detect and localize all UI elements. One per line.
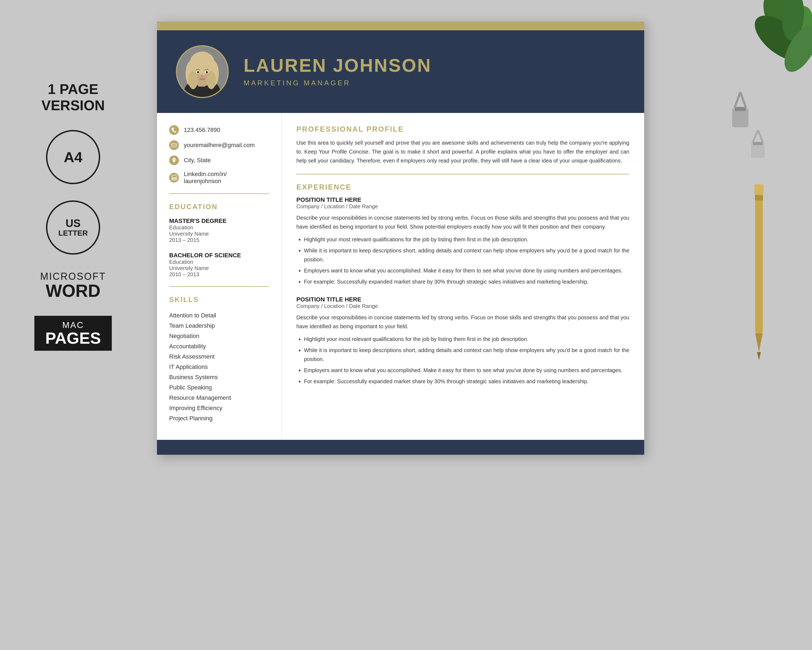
skill-6: Business Systems bbox=[169, 372, 269, 382]
us-badge: US LETTER bbox=[46, 200, 100, 255]
skill-7: Public Speaking bbox=[169, 382, 269, 393]
degree-2: BACHELOR OF SCIENCE bbox=[169, 252, 269, 259]
bullet-2-2: Employers want to know what you accompli… bbox=[304, 366, 629, 375]
skill-2: Negotiation bbox=[169, 331, 269, 341]
experience-section-title: EXPERIENCE bbox=[296, 183, 629, 191]
contact-phone: 123.456.7890 bbox=[169, 125, 269, 135]
education-title: EDUCATION bbox=[169, 203, 269, 211]
svg-rect-10 bbox=[753, 142, 763, 145]
bullet-2-1: While it is important to keep descriptio… bbox=[304, 346, 629, 364]
a4-badge: A4 bbox=[46, 130, 100, 184]
svg-marker-14 bbox=[755, 333, 763, 352]
bullet-1-3: For example: Successfully expanded marke… bbox=[304, 277, 629, 286]
skills-title: SKILLS bbox=[169, 295, 269, 304]
experience-item-1: POSITION TITLE HERE Company / Location /… bbox=[296, 196, 629, 286]
field-2: Education bbox=[169, 259, 269, 265]
divider-2 bbox=[169, 286, 269, 287]
linkedin-text: Linkedin.com/in/ laurenjohnson bbox=[184, 171, 227, 185]
avatar bbox=[176, 45, 229, 98]
contact-email: youremailhere@gmail.com bbox=[169, 140, 269, 150]
bullet-1-1: While it is important to keep descriptio… bbox=[304, 246, 629, 264]
position-bullets-2: Highlight your most relevant qualificati… bbox=[304, 335, 629, 386]
svg-rect-9 bbox=[751, 143, 765, 158]
location-text: City, State bbox=[184, 157, 211, 164]
resume-header: LAUREN JOHNSON MARKETING MANAGER bbox=[157, 30, 644, 113]
svg-rect-34 bbox=[172, 177, 173, 180]
education-item-2: BACHELOR OF SCIENCE Education University… bbox=[169, 252, 269, 278]
svg-rect-5 bbox=[732, 109, 748, 127]
svg-point-26 bbox=[206, 71, 216, 89]
bullet-1-2: Employers want to know what you accompli… bbox=[304, 266, 629, 275]
contact-location: City, State bbox=[169, 156, 269, 165]
years-2: 2010 – 2013 bbox=[169, 271, 269, 278]
skill-1: Team Leadership bbox=[169, 321, 269, 331]
bullet-1-0: Highlight your most relevant qualificati… bbox=[304, 235, 629, 244]
university-1: University Name bbox=[169, 231, 269, 237]
mac-pages-badge: MAC PAGES bbox=[34, 316, 112, 351]
resume-footer bbox=[157, 440, 644, 455]
position-title-2: POSITION TITLE HERE bbox=[296, 296, 629, 303]
svg-point-29 bbox=[197, 71, 199, 73]
linkedin-icon bbox=[169, 173, 179, 182]
svg-rect-13 bbox=[755, 184, 763, 333]
resume-title: MARKETING MANAGER bbox=[244, 79, 625, 87]
phone-icon bbox=[169, 125, 179, 135]
microsoft-word-label: MICROSOFT WORD bbox=[40, 271, 106, 300]
bullet-2-0: Highlight your most relevant qualificati… bbox=[304, 335, 629, 344]
bullet-2-3: For example: Successfully expanded marke… bbox=[304, 377, 629, 386]
skill-10: Project Planning bbox=[169, 413, 269, 424]
svg-rect-31 bbox=[172, 144, 177, 147]
resume-card: LAUREN JOHNSON MARKETING MANAGER 123.456… bbox=[157, 22, 644, 455]
header-text: LAUREN JOHNSON MARKETING MANAGER bbox=[244, 56, 625, 87]
years-1: 2013 – 2015 bbox=[169, 237, 269, 243]
skill-3: Accountability bbox=[169, 341, 269, 352]
skill-9: Improving Efficiency bbox=[169, 403, 269, 413]
binder-clip-1 bbox=[727, 92, 754, 131]
field-1: Education bbox=[169, 225, 269, 231]
position-title-1: POSITION TITLE HERE bbox=[296, 196, 629, 203]
resume-name: LAUREN JOHNSON bbox=[244, 56, 625, 75]
email-text: youremailhere@gmail.com bbox=[184, 142, 255, 149]
svg-line-8 bbox=[740, 92, 746, 107]
pen-decoration bbox=[748, 184, 770, 375]
svg-rect-6 bbox=[735, 107, 746, 111]
skill-4: Risk Assessment bbox=[169, 352, 269, 362]
phone-text: 123.456.7890 bbox=[184, 127, 220, 133]
gold-top-bar bbox=[157, 22, 644, 30]
education-item-1: MASTER'S DEGREE Education University Nam… bbox=[169, 217, 269, 243]
position-desc-1: Describe your responsibilities in concis… bbox=[296, 213, 629, 231]
position-desc-2: Describe your responsibilities in concis… bbox=[296, 313, 629, 331]
svg-point-33 bbox=[172, 176, 173, 177]
divider-right-1 bbox=[296, 174, 629, 174]
divider-1 bbox=[169, 193, 269, 194]
experience-item-2: POSITION TITLE HERE Company / Location /… bbox=[296, 296, 629, 386]
location-icon bbox=[169, 156, 179, 165]
svg-point-25 bbox=[188, 71, 198, 89]
skill-8: Resource Management bbox=[169, 393, 269, 403]
skill-5: IT Applications bbox=[169, 362, 269, 372]
position-company-1: Company / Location / Date Range bbox=[296, 203, 629, 210]
svg-point-30 bbox=[206, 71, 208, 73]
left-panel: 1 PAGE VERSION A4 US LETTER MICROSOFT WO… bbox=[16, 81, 130, 351]
profile-text: Use this area to quickly sell yourself a… bbox=[296, 138, 629, 165]
svg-rect-17 bbox=[755, 195, 763, 200]
page-version-label: 1 PAGE VERSION bbox=[41, 81, 105, 114]
binder-clip-2 bbox=[747, 130, 769, 161]
svg-line-12 bbox=[758, 130, 763, 142]
profile-section-title: PROFESSIONAL PROFILE bbox=[296, 125, 629, 133]
svg-rect-16 bbox=[754, 184, 763, 195]
svg-marker-15 bbox=[757, 352, 761, 360]
svg-line-7 bbox=[735, 92, 740, 107]
right-column: PROFESSIONAL PROFILE Use this area to qu… bbox=[281, 113, 644, 440]
university-2: University Name bbox=[169, 265, 269, 271]
position-bullets-1: Highlight your most relevant qualificati… bbox=[304, 235, 629, 286]
left-column: 123.456.7890 youremailhere@gmail.com bbox=[157, 113, 281, 440]
skill-0: Attention to Detail bbox=[169, 310, 269, 321]
contact-linkedin: Linkedin.com/in/ laurenjohnson bbox=[169, 171, 269, 185]
svg-line-11 bbox=[753, 130, 758, 142]
degree-1: MASTER'S DEGREE bbox=[169, 217, 269, 225]
skills-list: Attention to Detail Team Leadership Nego… bbox=[169, 310, 269, 424]
resume-body: 123.456.7890 youremailhere@gmail.com bbox=[157, 113, 644, 440]
email-icon bbox=[169, 140, 179, 150]
position-company-2: Company / Location / Date Range bbox=[296, 303, 629, 309]
